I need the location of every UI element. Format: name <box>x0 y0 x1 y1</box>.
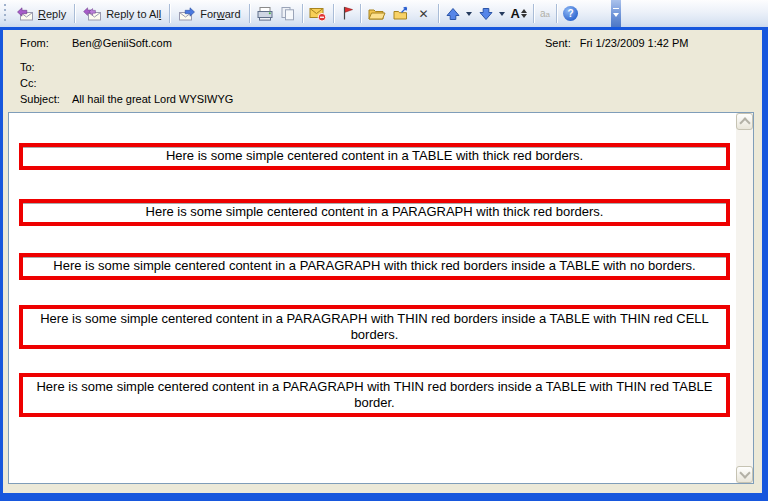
copy-button[interactable] <box>277 4 299 23</box>
message-body: Here is some simple centered content in … <box>8 112 754 484</box>
toolbar-separator <box>333 4 334 23</box>
move-to-folder-button[interactable] <box>364 4 389 23</box>
table-thick-red-border-box: Here is some simple centered content in … <box>19 143 730 170</box>
table-thin-cell-border: Here is some simple centered content in … <box>19 305 730 349</box>
create-rule-icon <box>392 6 410 21</box>
toolbar: Reply Reply to All Forward <box>0 0 768 27</box>
toolbar-grip[interactable] <box>3 4 8 23</box>
junk-email-icon <box>309 6 327 22</box>
paragraph-thin-border-box: Here is some simple centered content in … <box>21 307 728 347</box>
paragraph-thick-border-in-table-box: Here is some simple centered content in … <box>19 253 730 280</box>
translate-icon: aa <box>540 8 550 19</box>
cc-row: Cc: <box>20 77 72 89</box>
from-label: From: <box>20 37 72 49</box>
chevron-down-icon <box>613 13 619 17</box>
help-icon: ? <box>563 6 578 21</box>
junk-email-button[interactable] <box>306 4 330 24</box>
forward-button[interactable]: Forward <box>173 5 245 23</box>
toolbar-separator <box>74 4 75 23</box>
toolbar-separator <box>438 4 439 23</box>
delete-button[interactable]: ✕ <box>413 5 435 23</box>
message-header: From:Ben@GeniiSoft.com Sent:Fri 1/23/200… <box>3 30 762 112</box>
toolbar-separator <box>556 4 557 23</box>
next-item-button[interactable] <box>475 5 497 23</box>
cc-label: Cc: <box>20 77 72 89</box>
print-button[interactable] <box>253 4 277 23</box>
from-value: Ben@GeniiSoft.com <box>72 37 172 49</box>
reply-to-all-label: Reply to All <box>106 8 161 20</box>
reply-button[interactable]: Reply <box>11 5 71 23</box>
reply-label: Reply <box>38 8 66 20</box>
scrollbar[interactable] <box>736 113 753 483</box>
from-row: From:Ben@GeniiSoft.com <box>20 37 172 49</box>
toolbar-separator <box>169 4 170 23</box>
toolbar-separator <box>249 4 250 23</box>
forward-label: Forward <box>200 8 240 20</box>
paragraph-thick-red-border-box: Here is some simple centered content in … <box>19 199 730 226</box>
delete-icon: ✕ <box>416 7 432 21</box>
reply-icon <box>16 7 34 21</box>
sent-label: Sent: <box>545 37 571 49</box>
sent-value: Fri 1/23/2009 1:42 PM <box>580 37 689 49</box>
sent-row: Sent:Fri 1/23/2009 1:42 PM <box>545 37 689 49</box>
subject-label: Subject: <box>20 93 72 105</box>
help-button[interactable]: ? <box>560 4 581 23</box>
text-size-button[interactable]: A <box>508 5 530 22</box>
translate-button[interactable]: aa <box>537 6 553 21</box>
message-frame: From:Ben@GeniiSoft.com Sent:Fri 1/23/200… <box>0 27 768 501</box>
next-item-icon <box>478 7 494 21</box>
copy-icon <box>280 6 296 21</box>
reply-all-icon <box>83 7 102 21</box>
scrollbar-up-button[interactable] <box>736 113 753 130</box>
to-label: To: <box>20 61 72 73</box>
follow-up-flag-icon <box>340 6 354 21</box>
reply-to-all-button[interactable]: Reply to All <box>78 5 166 23</box>
to-row: To: <box>20 61 72 73</box>
toolbar-options-button[interactable] <box>611 0 621 27</box>
chevron-up-icon <box>739 117 750 128</box>
toolbar-separator <box>533 4 534 23</box>
create-rule-button[interactable] <box>389 4 413 23</box>
message-content: Here is some simple centered content in … <box>9 113 736 483</box>
toolbar-options-bar-icon <box>613 8 619 9</box>
chevron-down-icon <box>739 467 750 478</box>
toolbar-separator <box>302 4 303 23</box>
outlook-message-window: { "toolbar": { "reply": {"pre": "", "acc… <box>0 0 768 501</box>
print-icon <box>256 6 274 21</box>
toolbar-separator <box>360 4 361 23</box>
previous-item-icon <box>445 7 461 21</box>
forward-icon <box>178 7 196 21</box>
subject-value: All hail the great Lord WYSIWYG <box>72 93 233 105</box>
subject-row: Subject:All hail the great Lord WYSIWYG <box>20 93 233 105</box>
previous-item-button[interactable] <box>442 5 464 23</box>
scrollbar-down-button[interactable] <box>736 466 753 483</box>
follow-up-flag-button[interactable] <box>337 4 357 23</box>
paragraph-thin-border-box: Here is some simple centered content in … <box>21 375 728 415</box>
next-item-dropdown[interactable] <box>499 12 505 16</box>
move-to-folder-icon <box>367 6 386 21</box>
previous-item-dropdown[interactable] <box>466 12 472 16</box>
text-size-icon: A <box>511 7 520 20</box>
text-size-arrows-icon <box>521 9 527 18</box>
table-thin-table-border: Here is some simple centered content in … <box>19 373 730 417</box>
